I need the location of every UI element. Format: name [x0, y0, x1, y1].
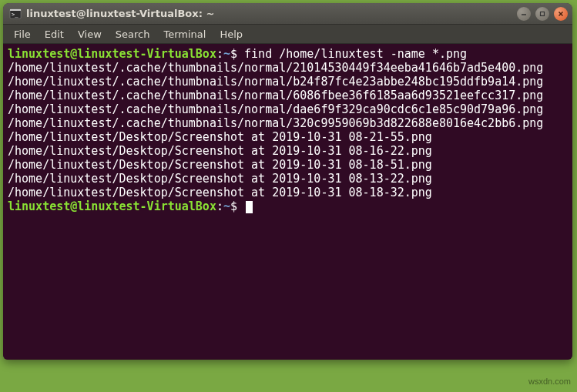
window-controls: [517, 7, 568, 21]
prompt-path: ~: [223, 199, 230, 213]
window-title: linuxtest@linuxtest-VirtualBox: ~: [26, 8, 214, 19]
menu-terminal[interactable]: Terminal: [157, 26, 212, 42]
minimize-button[interactable]: [517, 7, 531, 21]
menu-edit[interactable]: Edit: [39, 26, 70, 42]
output-line: /home/linuxtest/Desktop/Screenshot at 20…: [8, 130, 432, 144]
output-line: /home/linuxtest/Desktop/Screenshot at 20…: [8, 158, 432, 172]
titlebar[interactable]: >_ linuxtest@linuxtest-VirtualBox: ~: [3, 3, 572, 25]
output-line: /home/linuxtest/Desktop/Screenshot at 20…: [8, 172, 432, 186]
output-line: /home/linuxtest/.cache/thumbnails/normal…: [8, 75, 543, 89]
terminal-icon: >_: [9, 8, 22, 20]
prompt-user: linuxtest@linuxtest-VirtualBox: [8, 47, 216, 61]
command-text: find /home/linuxtest -name *.png: [244, 47, 467, 61]
menu-search[interactable]: Search: [109, 26, 156, 42]
prompt-user: linuxtest@linuxtest-VirtualBox: [8, 199, 216, 213]
menu-view[interactable]: View: [72, 26, 108, 42]
prompt-dollar: $: [230, 47, 244, 61]
menubar: File Edit View Search Terminal Help: [3, 25, 572, 44]
prompt-sep: :: [216, 47, 223, 61]
output-line: /home/linuxtest/.cache/thumbnails/normal…: [8, 116, 543, 130]
prompt-path: ~: [223, 47, 230, 61]
menu-help[interactable]: Help: [213, 26, 249, 42]
output-line: /home/linuxtest/Desktop/Screenshot at 20…: [8, 186, 432, 199]
output-line: /home/linuxtest/.cache/thumbnails/normal…: [8, 102, 543, 116]
watermark: wsxdn.com: [528, 377, 571, 386]
output-line: /home/linuxtest/Desktop/Screenshot at 20…: [8, 144, 432, 158]
svg-text:>_: >_: [12, 12, 18, 18]
output-line: /home/linuxtest/.cache/thumbnails/normal…: [8, 61, 543, 75]
svg-rect-1: [10, 9, 21, 11]
terminal-window: >_ linuxtest@linuxtest-VirtualBox: ~ Fil…: [3, 3, 572, 360]
prompt-dollar: $: [230, 199, 244, 213]
cursor: [246, 201, 253, 213]
maximize-button[interactable]: [535, 7, 549, 21]
menu-file[interactable]: File: [8, 26, 37, 42]
svg-rect-4: [541, 12, 545, 16]
close-button[interactable]: [554, 7, 568, 21]
output-line: /home/linuxtest/.cache/thumbnails/normal…: [8, 89, 543, 102]
terminal-body[interactable]: linuxtest@linuxtest-VirtualBox:~$ find /…: [3, 44, 572, 360]
prompt-sep: :: [216, 199, 223, 213]
